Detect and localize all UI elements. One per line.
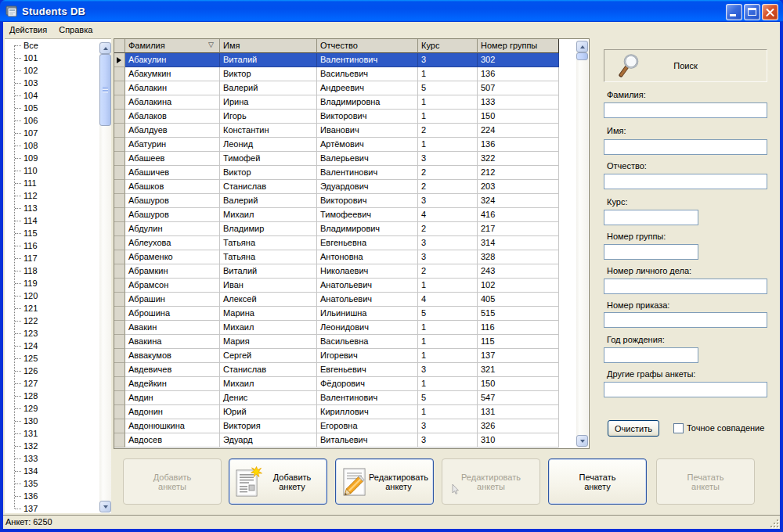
table-cell[interactable]: 150 [478,110,559,124]
row-selector-cell[interactable] [114,138,125,152]
table-cell[interactable]: Константин [220,124,317,138]
table-cell[interactable]: Тимофеевич [317,208,418,222]
tree-item-119[interactable]: 119 [5,277,111,289]
table-cell[interactable]: Абрамсон [125,279,220,293]
tree-scroll-down-button[interactable] [99,501,111,512]
table-cell[interactable]: Абрамкин [125,264,220,279]
table-cell[interactable]: Авдонюшкина [125,419,220,433]
table-cell[interactable]: Антоновна [317,250,418,264]
row-selector-cell[interactable] [114,250,125,264]
table-cell[interactable]: Абатурин [125,138,220,152]
row-selector-cell[interactable] [114,53,125,67]
row-selector-cell[interactable] [114,95,125,110]
table-row[interactable]: АвдейкинМихаилФёдорович1150 [114,377,589,391]
grid-scrollbar[interactable] [576,41,588,447]
birth-year-input[interactable] [604,347,698,363]
table-cell[interactable]: 115 [478,335,559,349]
table-cell[interactable]: Мария [220,335,317,349]
table-cell[interactable]: Валентинович [317,391,418,405]
table-cell[interactable]: Абакумкин [125,67,220,81]
row-selector-cell[interactable] [114,236,125,250]
table-cell[interactable]: Юрий [220,405,317,419]
table-cell[interactable]: 136 [478,138,559,152]
tree-item-128[interactable]: 128 [5,390,111,402]
table-row[interactable]: АвдосевЭдуардВитальевич3310 [114,433,589,448]
table-row[interactable]: АбакумкинВикторВасильевич1136 [114,67,589,81]
order-number-input[interactable] [604,312,767,328]
tree-item-108[interactable]: 108 [5,139,111,152]
table-row[interactable]: АбрамкинВиталийНиколаевич2243 [114,264,589,279]
table-cell[interactable]: Авдин [125,391,220,405]
table-cell[interactable]: 136 [478,67,559,81]
table-row[interactable]: АбатуринЛеонидАртёмович1136 [114,138,589,152]
table-cell[interactable]: 212 [478,166,559,180]
other-fields-input[interactable] [604,382,767,397]
maximize-button[interactable] [744,4,760,20]
table-cell[interactable]: Анатольевич [317,293,418,307]
table-row[interactable]: АбашуровВалерийВикторович3324 [114,194,589,208]
row-selector-cell[interactable] [114,166,125,180]
table-cell[interactable]: Татьяна [220,250,317,264]
table-cell[interactable]: Виктор [220,166,317,180]
table-cell[interactable]: Авакин [125,321,220,335]
tree-item-102[interactable]: 102 [5,64,111,77]
table-cell[interactable]: 4 [418,208,478,222]
tree-item-116[interactable]: 116 [5,239,111,252]
table-cell[interactable]: Абашуров [125,208,220,222]
table-cell[interactable]: 243 [478,264,559,279]
column-header-5[interactable]: Номер группы [478,39,559,53]
table-cell[interactable]: Эдуардович [317,180,418,194]
table-cell[interactable]: Виктория [220,419,317,433]
tree-item-109[interactable]: 109 [5,152,111,164]
tree-item-135[interactable]: 135 [5,477,111,490]
row-selector-cell[interactable] [114,222,125,236]
table-row[interactable]: АбалакинаИринаВладимировна1133 [114,95,589,110]
table-cell[interactable]: Абалакина [125,95,220,110]
table-cell[interactable]: Абакулин [125,53,220,67]
table-row[interactable]: АвакинМихаилЛеонидович1116 [114,321,589,335]
table-cell[interactable]: 324 [478,194,559,208]
table-cell[interactable]: Игоревич [317,349,418,363]
row-selector-cell[interactable] [114,405,125,419]
table-cell[interactable]: Викторович [317,194,418,208]
row-selector-cell[interactable] [114,307,125,321]
table-cell[interactable]: 150 [478,377,559,391]
column-header-4[interactable]: Курс [418,39,478,53]
tree-item-137[interactable]: 137 [5,502,111,513]
table-cell[interactable]: Фёдорович [317,377,418,391]
table-row[interactable]: АбашуровМихаилТимофеевич4416 [114,208,589,222]
table-cell[interactable]: Витальевич [317,433,418,448]
table-cell[interactable]: Виталий [220,53,317,67]
table-cell[interactable]: 328 [478,250,559,264]
tree-item-117[interactable]: 117 [5,252,111,264]
table-cell[interactable]: Абашков [125,180,220,194]
close-button[interactable] [762,4,778,20]
table-row[interactable]: АбашичевВикторВалентинович2212 [114,166,589,180]
table-row[interactable]: АбакулинВиталийВалентинович3302 [114,53,589,67]
tree-item-Все[interactable]: Все [5,39,111,52]
tree-item-127[interactable]: 127 [5,377,111,390]
table-cell[interactable]: 1 [418,67,478,81]
row-selector-cell[interactable] [114,180,125,194]
table-cell[interactable]: Владимировна [317,95,418,110]
lastname-input[interactable] [604,102,767,118]
tree-item-124[interactable]: 124 [5,340,111,352]
table-cell[interactable]: 3 [418,53,478,67]
print-form-button[interactable]: Печатать анкету [548,458,647,505]
table-cell[interactable]: 1 [418,110,478,124]
tree-item-129[interactable]: 129 [5,402,111,415]
table-cell[interactable]: Абашеев [125,152,220,166]
menu-help[interactable]: Справка [53,23,98,38]
resize-grip[interactable] [769,518,779,528]
tree-item-136[interactable]: 136 [5,490,111,502]
table-row[interactable]: АвдонюшкинаВикторияЕгоровна3326 [114,419,589,433]
tree-item-113[interactable]: 113 [5,202,111,214]
row-selector-cell[interactable] [114,377,125,391]
table-cell[interactable]: 5 [418,81,478,95]
table-cell[interactable]: 137 [478,349,559,363]
table-cell[interactable]: Абашуров [125,194,220,208]
table-row[interactable]: АблеуховаТатьянаЕвгеньевна3314 [114,236,589,250]
table-cell[interactable]: Авдейкин [125,377,220,391]
table-row[interactable]: АвдонинЮрийКириллович1131 [114,405,589,419]
tree-item-125[interactable]: 125 [5,352,111,365]
